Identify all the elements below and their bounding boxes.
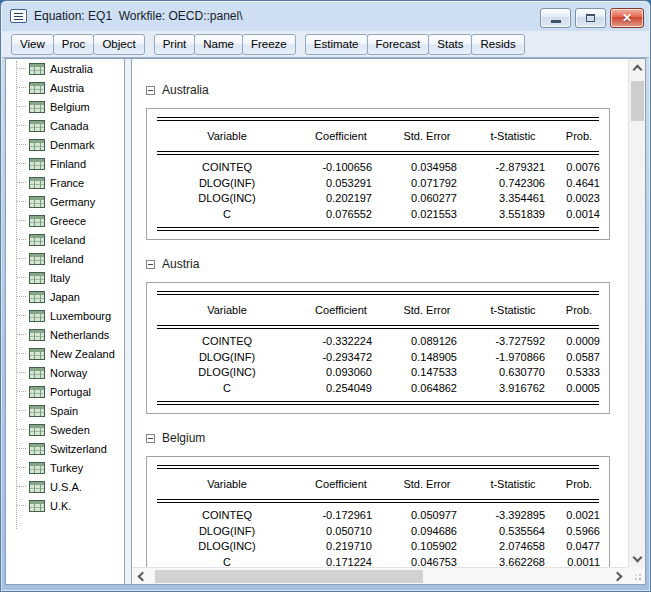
close-button[interactable]: ✕: [610, 8, 644, 28]
value-cell: -2.879321: [469, 160, 557, 176]
sidebar-item-france[interactable]: France: [6, 173, 124, 192]
scroll-right-icon[interactable]: [613, 571, 623, 581]
toolbar-button-estimate[interactable]: Estimate: [305, 34, 368, 55]
sidebar-item-canada[interactable]: Canada: [6, 116, 124, 135]
sidebar-item-new-zealand[interactable]: New Zealand: [6, 344, 124, 363]
sidebar-item-denmark[interactable]: Denmark: [6, 135, 124, 154]
sidebar-item-label: Portugal: [50, 386, 91, 398]
series-table-icon: [29, 101, 45, 113]
value-cell: 0.089126: [385, 334, 469, 350]
value-cell: -0.100656: [297, 160, 385, 176]
sidebar-item-austria[interactable]: Austria: [6, 78, 124, 97]
variable-cell: DLOG(INC): [157, 365, 297, 381]
scroll-down-icon[interactable]: [632, 553, 642, 563]
sidebar-item-italy[interactable]: Italy: [6, 268, 124, 287]
value-cell: 0.0014: [557, 207, 601, 223]
sidebar-item-norway[interactable]: Norway: [6, 363, 124, 382]
sidebar-item-greece[interactable]: Greece: [6, 211, 124, 230]
sidebar-item-u-s-a[interactable]: U.S.A.: [6, 477, 124, 496]
table-row: DLOG(INC)0.2021970.0602773.3544610.0023: [157, 191, 601, 207]
collapse-toggle-icon[interactable]: [146, 86, 155, 95]
scroll-left-icon[interactable]: [138, 571, 148, 581]
minimize-button[interactable]: [540, 8, 571, 28]
variable-cell: C: [157, 381, 297, 397]
resize-grip[interactable]: [628, 567, 645, 584]
section-title: Belgium: [162, 431, 205, 445]
value-cell: 0.053291: [297, 176, 385, 192]
value-cell: 0.060277: [385, 191, 469, 207]
sidebar-item-luxembourg[interactable]: Luxembourg: [6, 306, 124, 325]
sidebar-item-label: Denmark: [50, 139, 95, 151]
toolbar-button-object[interactable]: Object: [93, 34, 144, 55]
tree-connector: [17, 144, 26, 145]
pane-splitter[interactable]: [124, 59, 132, 584]
value-cell: 0.535564: [469, 524, 557, 540]
value-cell: -1.970866: [469, 350, 557, 366]
sidebar-item-belgium[interactable]: Belgium: [6, 97, 124, 116]
window-controls: ✕: [540, 8, 644, 28]
value-cell: -0.332224: [297, 334, 385, 350]
restore-button[interactable]: [575, 8, 606, 28]
sidebar-item-japan[interactable]: Japan: [6, 287, 124, 306]
tree-connector: [17, 220, 26, 221]
table-body: COINTEQ-0.1729610.050977-3.3928950.0021D…: [157, 508, 601, 567]
vertical-scrollbar[interactable]: [628, 59, 645, 567]
tree-connector: [17, 391, 26, 392]
sidebar-item-ireland[interactable]: Ireland: [6, 249, 124, 268]
sidebar-item-australia[interactable]: Australia: [6, 59, 124, 78]
sidebar-item-turkey[interactable]: Turkey: [6, 458, 124, 477]
value-cell: -0.293472: [297, 350, 385, 366]
toolbar-button-forecast[interactable]: Forecast: [367, 34, 430, 55]
value-cell: 0.064862: [385, 381, 469, 397]
column-header: Std. Error: [385, 469, 469, 499]
sidebar-item-germany[interactable]: Germany: [6, 192, 124, 211]
restore-icon: [586, 14, 595, 22]
column-header: Coefficient: [297, 295, 385, 325]
series-table-icon: [29, 443, 45, 455]
sidebar-item-sweden[interactable]: Sweden: [6, 420, 124, 439]
sidebar-item-label: Spain: [50, 405, 78, 417]
variable-cell: DLOG(INF): [157, 524, 297, 540]
variable-cell: DLOG(INC): [157, 191, 297, 207]
sidebar-item-label: Austria: [50, 82, 84, 94]
value-cell: 0.742306: [469, 176, 557, 192]
sidebar-list: AustraliaAustriaBelgiumCanadaDenmarkFinl…: [6, 59, 124, 515]
value-cell: 0.0005: [557, 381, 601, 397]
toolbar-button-print[interactable]: Print: [154, 34, 196, 55]
toolbar-button-freeze[interactable]: Freeze: [242, 34, 296, 55]
horizontal-scrollbar[interactable]: [132, 567, 628, 584]
toolbar-button-resids[interactable]: Resids: [471, 34, 524, 55]
section-title: Austria: [162, 257, 199, 271]
column-header: Prob.: [557, 295, 601, 325]
toolbar-button-stats[interactable]: Stats: [428, 34, 472, 55]
system-menu-icon[interactable]: [10, 9, 27, 23]
sidebar-item-spain[interactable]: Spain: [6, 401, 124, 420]
result-section-belgium: BelgiumVariableCoefficientStd. Errort-St…: [146, 431, 628, 567]
horizontal-scroll-thumb[interactable]: [155, 570, 423, 583]
sidebar-item-label: Greece: [50, 215, 86, 227]
tree-connector: [17, 505, 26, 506]
sidebar-item-u-k[interactable]: U.K.: [6, 496, 124, 515]
section-title: Australia: [162, 83, 209, 97]
column-header: Std. Error: [385, 121, 469, 151]
series-table-icon: [29, 462, 45, 474]
collapse-toggle-icon[interactable]: [146, 434, 155, 443]
collapse-toggle-icon[interactable]: [146, 260, 155, 269]
sidebar-item-netherlands[interactable]: Netherlands: [6, 325, 124, 344]
sidebar-item-label: Finland: [50, 158, 86, 170]
series-table-icon: [29, 500, 45, 512]
toolbar-button-proc[interactable]: Proc: [53, 34, 95, 55]
results-pane: AustraliaVariableCoefficientStd. Errort-…: [132, 59, 645, 584]
sidebar-item-switzerland[interactable]: Switzerland: [6, 439, 124, 458]
table-row: DLOG(INF)-0.2934720.148905-1.9708660.058…: [157, 350, 601, 366]
vertical-scroll-thumb[interactable]: [631, 81, 644, 121]
tree-connector: [17, 68, 26, 69]
toolbar-button-name[interactable]: Name: [194, 34, 243, 55]
sidebar-item-iceland[interactable]: Iceland: [6, 230, 124, 249]
toolbar-button-view[interactable]: View: [11, 34, 54, 55]
sidebar-item-portugal[interactable]: Portugal: [6, 382, 124, 401]
sidebar-item-finland[interactable]: Finland: [6, 154, 124, 173]
scroll-up-icon[interactable]: [632, 65, 642, 75]
value-cell: -0.172961: [297, 508, 385, 524]
table-row: COINTEQ-0.1006560.034958-2.8793210.0076: [157, 160, 601, 176]
